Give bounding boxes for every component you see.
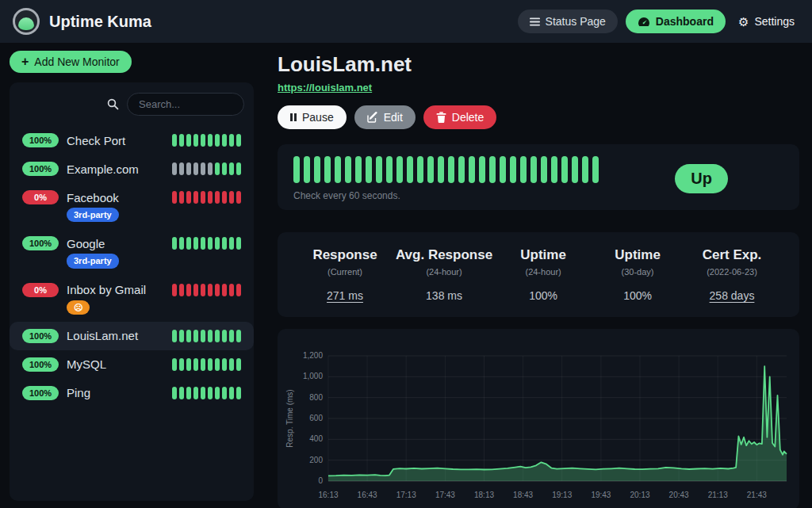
list-icon xyxy=(530,17,540,26)
monitor-list: 100% Check Port 100% Example.com 0% Face… xyxy=(10,124,254,501)
monitor-list-item[interactable]: 100% Check Port xyxy=(10,126,254,155)
heartbeat-card: Check every 60 seconds. Up xyxy=(278,144,799,210)
heartbeat-bar-mini xyxy=(172,358,241,371)
svg-text:0: 0 xyxy=(318,476,323,485)
stat-column: Cert Exp. (2022-06-23) 258 days xyxy=(688,247,776,302)
status-page-label: Status Page xyxy=(546,15,606,28)
monitor-url-link[interactable]: https://louislam.net xyxy=(278,82,372,94)
action-buttons: Pause Edit Delete xyxy=(278,105,799,129)
svg-text:Resp. Time (ms): Resp. Time (ms) xyxy=(285,389,294,447)
add-new-monitor-label: Add New Monitor xyxy=(34,55,119,68)
stat-value: 258 days xyxy=(688,289,776,302)
stat-subtitle: (2022-06-23) xyxy=(688,267,776,277)
svg-text:600: 600 xyxy=(309,414,323,422)
monitor-name: MySQL xyxy=(67,357,172,371)
page-title: LouisLam.net xyxy=(278,52,799,77)
delete-button[interactable]: Delete xyxy=(423,105,496,129)
gear-icon: ⚙ xyxy=(738,16,749,28)
svg-text:20:43: 20:43 xyxy=(669,491,689,499)
status-badge: Up xyxy=(675,164,728,193)
svg-text:800: 800 xyxy=(309,393,323,402)
svg-text:16:43: 16:43 xyxy=(358,491,377,499)
svg-text:19:13: 19:13 xyxy=(552,491,572,499)
stat-subtitle: (24-hour) xyxy=(500,267,587,277)
monitor-list-card: 100% Check Port 100% Example.com 0% Face… xyxy=(10,82,254,501)
stat-column: Avg. Response (24-hour) 138 ms xyxy=(396,247,492,302)
stat-subtitle: (Current) xyxy=(301,267,389,277)
svg-text:17:13: 17:13 xyxy=(396,491,416,499)
dashboard-label: Dashboard xyxy=(656,15,714,28)
monitor-name: LouisLam.net xyxy=(67,329,172,342)
monitor-name: Example.com xyxy=(67,162,172,176)
monitor-list-item[interactable]: 100% Google 3rd-party xyxy=(10,229,254,275)
uptime-badge: 0% xyxy=(22,190,59,204)
edit-pencil-icon xyxy=(367,112,378,123)
stats-card: Response (Current) 271 msAvg. Response (… xyxy=(278,232,799,317)
delete-label: Delete xyxy=(452,111,484,124)
pause-label: Pause xyxy=(302,111,334,124)
stat-label: Cert Exp. xyxy=(688,247,776,263)
svg-text:200: 200 xyxy=(309,456,323,464)
search-row xyxy=(10,82,254,124)
monitor-tag: 3rd-party xyxy=(67,254,119,268)
app-header: Uptime Kuma Status Page Dashboard ⚙ Sett… xyxy=(0,0,812,43)
uptime-badge: 100% xyxy=(22,133,59,147)
svg-text:19:43: 19:43 xyxy=(591,491,611,499)
heartbeat-bar-mini xyxy=(172,284,241,296)
monitor-name: Facebook xyxy=(67,191,172,204)
monitor-list-item[interactable]: 0% Facebook 3rd-party xyxy=(10,183,254,229)
search-input[interactable] xyxy=(127,93,244,116)
heartbeat-bar-mini xyxy=(172,162,241,175)
heartbeat-bar xyxy=(293,156,675,183)
monitor-name: Check Port xyxy=(67,134,172,147)
uptime-badge: 100% xyxy=(22,162,59,176)
svg-text:20:13: 20:13 xyxy=(630,491,649,499)
svg-text:21:13: 21:13 xyxy=(708,491,728,499)
svg-text:18:43: 18:43 xyxy=(513,491,533,499)
edit-button[interactable]: Edit xyxy=(354,105,416,129)
stat-value: 100% xyxy=(500,289,587,302)
heartbeat-bar-mini xyxy=(172,134,241,147)
svg-text:21:43: 21:43 xyxy=(747,491,767,499)
stat-label: Uptime xyxy=(500,247,587,263)
pause-icon xyxy=(290,113,297,121)
plus-icon: + xyxy=(21,55,29,68)
heartbeat-bar-mini xyxy=(172,330,241,342)
uptime-badge: 100% xyxy=(22,357,59,372)
app-logo[interactable] xyxy=(13,8,40,35)
pause-button[interactable]: Pause xyxy=(278,105,347,129)
kuma-blob-icon xyxy=(18,17,34,30)
stat-subtitle: (24-hour) xyxy=(396,267,492,277)
status-page-button[interactable]: Status Page xyxy=(518,10,618,33)
svg-text:18:13: 18:13 xyxy=(474,491,494,499)
monitor-tag: 3rd-party xyxy=(67,208,119,222)
uptime-badge: 0% xyxy=(22,283,59,297)
trash-icon xyxy=(436,112,446,123)
monitor-list-item[interactable]: 100% MySQL xyxy=(10,350,254,379)
monitor-list-item[interactable]: 0% Inbox by Gmail ☹ xyxy=(10,276,254,322)
svg-text:17:43: 17:43 xyxy=(435,491,455,499)
svg-text:1,200: 1,200 xyxy=(303,351,323,360)
uptime-badge: 100% xyxy=(22,236,59,250)
uptime-badge: 100% xyxy=(22,329,59,343)
stat-column: Response (Current) 271 ms xyxy=(301,247,389,302)
main-panel: LouisLam.net https://louislam.net Pause … xyxy=(263,43,812,508)
chart-svg: 02004006008001,0001,20016:1316:4317:1317… xyxy=(282,335,796,505)
add-new-monitor-button[interactable]: + Add New Monitor xyxy=(10,51,132,73)
stat-value: 138 ms xyxy=(396,289,492,302)
monitor-list-item[interactable]: 100% LouisLam.net xyxy=(10,322,254,350)
check-interval-caption: Check every 60 seconds. xyxy=(293,190,675,201)
settings-label: Settings xyxy=(754,15,795,28)
svg-text:1,000: 1,000 xyxy=(303,372,323,380)
settings-button[interactable]: ⚙ Settings xyxy=(733,10,799,33)
dashboard-button[interactable]: Dashboard xyxy=(626,10,726,33)
response-time-chart: 02004006008001,0001,20016:1316:4317:1317… xyxy=(278,329,799,508)
svg-text:16:13: 16:13 xyxy=(318,491,338,499)
monitor-list-item[interactable]: 100% Ping xyxy=(10,379,254,407)
stat-value: 271 ms xyxy=(301,289,389,302)
monitor-name: Ping xyxy=(67,386,172,399)
stat-label: Response xyxy=(301,247,389,263)
stat-value: 100% xyxy=(594,289,681,302)
search-icon xyxy=(107,98,119,110)
monitor-list-item[interactable]: 100% Example.com xyxy=(10,155,254,183)
